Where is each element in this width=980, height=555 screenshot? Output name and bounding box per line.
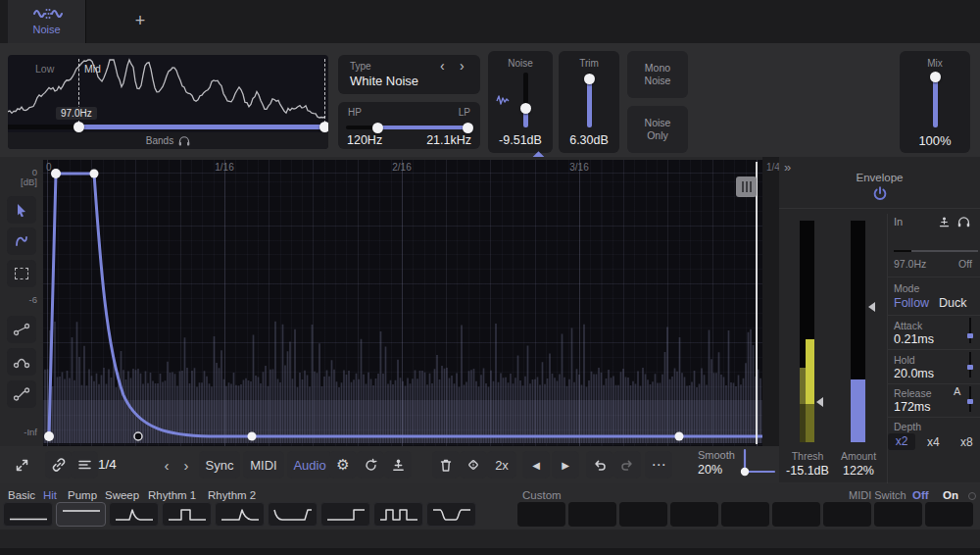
midi-switch-off-button[interactable]: Off bbox=[912, 489, 929, 501]
amount-value[interactable]: 122% bbox=[830, 464, 887, 478]
trim-slider-handle[interactable] bbox=[584, 74, 595, 84]
noise-slider-handle[interactable] bbox=[520, 103, 531, 114]
preset-shape-decay-rise[interactable] bbox=[268, 502, 318, 527]
release-auto-toggle[interactable]: A bbox=[954, 385, 960, 397]
envelope-tension-handle[interactable] bbox=[134, 432, 142, 440]
band-split-handle[interactable] bbox=[74, 122, 84, 132]
noise-level-value[interactable]: -9.51dB bbox=[488, 133, 553, 147]
preset-list-button[interactable] bbox=[71, 451, 98, 479]
graph-drag-grip[interactable] bbox=[736, 177, 757, 197]
trigger-button[interactable] bbox=[384, 451, 412, 479]
cursor-tool-button[interactable] bbox=[7, 196, 36, 224]
lp-handle[interactable] bbox=[463, 123, 473, 133]
trim-value[interactable]: 6.30dB bbox=[559, 133, 619, 147]
shift-left-button[interactable]: ◀ bbox=[522, 451, 550, 479]
custom-slot-6[interactable] bbox=[772, 502, 820, 527]
filter-range-fill[interactable] bbox=[377, 126, 468, 129]
band-end-handle[interactable] bbox=[319, 122, 328, 132]
redo-button[interactable] bbox=[613, 451, 641, 479]
mix-slider-handle[interactable] bbox=[930, 72, 941, 82]
custom-slot-1[interactable] bbox=[517, 502, 565, 527]
in-freq-value[interactable]: 97.0Hz bbox=[894, 258, 926, 270]
amount-marker[interactable] bbox=[868, 302, 875, 312]
preset-shape-notch[interactable] bbox=[426, 502, 476, 527]
envelope-point[interactable] bbox=[90, 170, 99, 178]
hold-value[interactable]: 20.0ms bbox=[894, 367, 934, 380]
preset-cat-sweep[interactable]: Sweep bbox=[105, 489, 139, 501]
mix-value[interactable]: 100% bbox=[900, 133, 970, 148]
double-pattern-button[interactable]: 2x bbox=[487, 451, 516, 479]
hp-value[interactable]: 120Hz bbox=[347, 133, 382, 147]
smooth-mini-slider[interactable] bbox=[737, 447, 778, 479]
preset-shape-double-pulse[interactable] bbox=[373, 502, 423, 527]
band-spectrum-panel[interactable]: Low Mid 97.0Hz Bands bbox=[8, 55, 328, 149]
midi-switch-on-button[interactable]: On bbox=[943, 489, 958, 501]
more-options-button[interactable]: ⋯ bbox=[645, 451, 672, 479]
prev-rate-icon[interactable]: ‹ bbox=[157, 451, 176, 479]
threshold-marker[interactable] bbox=[816, 397, 823, 407]
envelope-point[interactable] bbox=[248, 432, 257, 441]
loop-end-marker[interactable] bbox=[756, 162, 758, 444]
thresh-value[interactable]: -15.1dB bbox=[779, 464, 836, 478]
preset-shape-spike[interactable] bbox=[109, 502, 159, 527]
add-tab-button[interactable]: + bbox=[127, 8, 153, 33]
custom-slot-3[interactable] bbox=[619, 502, 667, 527]
link-button[interactable] bbox=[45, 451, 73, 479]
sync-mode-button[interactable]: Sync bbox=[199, 451, 240, 479]
custom-slot-4[interactable] bbox=[670, 502, 718, 527]
preset-shape-step-up[interactable] bbox=[320, 502, 370, 527]
preset-cat-basic[interactable]: Basic bbox=[8, 489, 35, 501]
loop-button[interactable] bbox=[357, 451, 384, 479]
custom-slot-7[interactable] bbox=[823, 502, 871, 527]
settings-button[interactable]: ⚙ bbox=[329, 451, 357, 479]
mode-duck-button[interactable]: Duck bbox=[939, 296, 966, 310]
preset-shape-pulse[interactable] bbox=[162, 502, 212, 527]
depth-x4-button[interactable]: x4 bbox=[927, 435, 940, 449]
expand-view-button[interactable] bbox=[8, 451, 35, 479]
preset-cat-rhythm1[interactable]: Rhythm 1 bbox=[148, 489, 196, 501]
envelope-point[interactable] bbox=[44, 431, 54, 441]
release-value[interactable]: 172ms bbox=[894, 400, 931, 414]
preset-cat-pump[interactable]: Pump bbox=[68, 489, 97, 501]
custom-slot-9[interactable] bbox=[925, 502, 973, 527]
band-end-line[interactable] bbox=[324, 59, 325, 124]
line-segment-tool-button[interactable] bbox=[7, 316, 36, 343]
tab-noise[interactable]: Noise bbox=[8, 0, 86, 43]
listen-headphones-icon[interactable] bbox=[957, 216, 970, 227]
marquee-tool-button[interactable] bbox=[7, 260, 36, 287]
type-value[interactable]: White Noise bbox=[350, 74, 418, 88]
arc-segment-tool-button[interactable] bbox=[7, 348, 36, 376]
scurve-segment-tool-button[interactable] bbox=[7, 380, 36, 408]
custom-slot-8[interactable] bbox=[874, 502, 922, 527]
envelope-graph[interactable]: 0 1/16 2/16 3/16 bbox=[43, 160, 762, 446]
amount-meter[interactable] bbox=[851, 221, 865, 442]
audio-mode-button[interactable]: Audio bbox=[287, 451, 332, 479]
preset-shape-hit-decay[interactable] bbox=[215, 502, 265, 527]
undo-button[interactable] bbox=[586, 451, 613, 479]
noise-only-button[interactable]: Noise Only bbox=[627, 106, 688, 153]
hp-handle[interactable] bbox=[372, 123, 383, 133]
preset-shape-flat-low[interactable] bbox=[3, 502, 53, 527]
depth-x2-button[interactable]: x2 bbox=[888, 433, 915, 450]
preset-cat-hit[interactable]: Hit bbox=[43, 489, 57, 501]
band-range-fill[interactable] bbox=[78, 125, 325, 129]
custom-slot-5[interactable] bbox=[721, 502, 769, 527]
sidechain-person-icon[interactable] bbox=[938, 216, 951, 228]
clear-button[interactable] bbox=[432, 451, 460, 479]
shift-right-button[interactable]: ▶ bbox=[552, 451, 579, 479]
midi-mode-button[interactable]: MIDI bbox=[243, 451, 284, 479]
envelope-point[interactable] bbox=[675, 432, 684, 441]
preset-cat-rhythm2[interactable]: Rhythm 2 bbox=[208, 489, 256, 501]
bands-strip[interactable]: Bands bbox=[8, 132, 328, 149]
randomize-button[interactable] bbox=[460, 451, 487, 479]
custom-slot-2[interactable] bbox=[568, 502, 616, 527]
mode-follow-button[interactable]: Follow bbox=[894, 296, 929, 310]
smooth-value[interactable]: 20% bbox=[698, 463, 722, 477]
attack-value[interactable]: 0.21ms bbox=[894, 332, 934, 346]
power-button[interactable] bbox=[871, 185, 889, 203]
threshold-meter[interactable] bbox=[800, 221, 814, 442]
envelope-point[interactable] bbox=[51, 169, 61, 178]
rate-value[interactable]: 1/4 bbox=[98, 457, 117, 472]
lp-value[interactable]: 21.1kHz bbox=[426, 133, 471, 147]
type-prev-icon[interactable]: ‹ bbox=[440, 58, 445, 74]
